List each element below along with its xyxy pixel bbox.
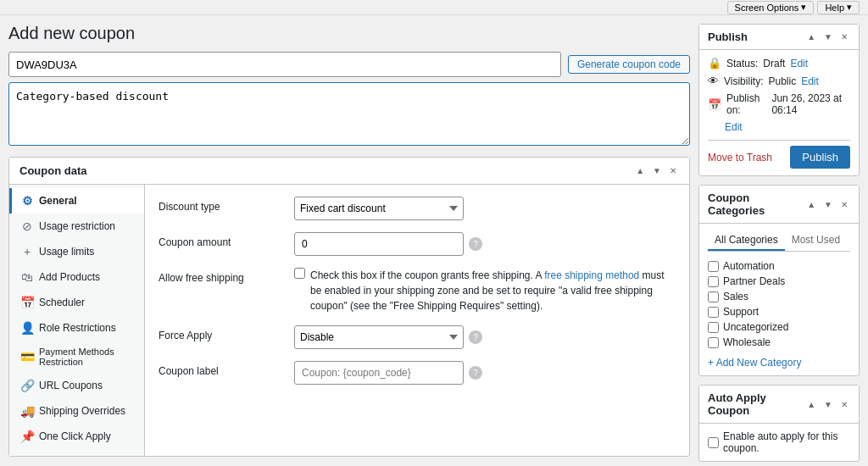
sidebar-label-url-coupons: URL Coupons xyxy=(39,380,103,391)
screen-options-chevron: ▾ xyxy=(801,2,806,13)
publish-on-value: Jun 26, 2023 at 06:14 xyxy=(771,92,850,116)
coupon-data-controls: ▲ ▼ ✕ xyxy=(633,164,679,177)
top-bar: Screen Options ▾ Help ▾ xyxy=(0,0,868,15)
add-new-category-link[interactable]: + Add New Category xyxy=(708,357,850,369)
coupon-data-sidebar: ⚙ General ⊘ Usage restriction + Usage li… xyxy=(9,185,145,456)
categories-title: Coupon Categories xyxy=(708,191,804,217)
category-sales-checkbox[interactable] xyxy=(708,291,719,302)
auto-apply-collapse-up[interactable]: ▲ xyxy=(804,398,818,411)
main-col: Add new coupon Generate coupon code Cate… xyxy=(8,24,690,466)
categories-collapse-down[interactable]: ▼ xyxy=(821,198,835,211)
auto-apply-close[interactable]: ✕ xyxy=(838,398,850,411)
publish-button[interactable]: Publish xyxy=(790,146,850,169)
publish-box: Publish ▲ ▼ ✕ 🔒 Status: Draft Edit 👁 Vis… xyxy=(698,24,860,176)
category-automation-label: Automation xyxy=(723,260,775,272)
tab-most-used[interactable]: Most Used xyxy=(785,230,847,251)
move-to-trash-link[interactable]: Move to Trash xyxy=(708,152,772,164)
publish-box-title: Publish xyxy=(708,31,748,43)
one-click-apply-icon: 📌 xyxy=(20,430,34,443)
category-support-checkbox[interactable] xyxy=(708,307,719,318)
discount-type-select[interactable]: Percentage discount Fixed cart discount … xyxy=(294,197,464,220)
coupon-amount-label: Coupon amount xyxy=(159,232,294,248)
tab-all-categories[interactable]: All Categories xyxy=(708,230,785,251)
visibility-icon: 👁 xyxy=(708,75,719,87)
help-button[interactable]: Help ▾ xyxy=(817,1,860,14)
visibility-row: 👁 Visibility: Public Edit xyxy=(708,75,850,87)
coupon-label-help-icon[interactable]: ? xyxy=(469,366,482,380)
list-item: Sales xyxy=(708,289,850,304)
publish-box-header: Publish ▲ ▼ ✕ xyxy=(699,25,859,50)
categories-list: Automation Partner Deals Sales Support xyxy=(708,258,850,350)
visibility-edit-link[interactable]: Edit xyxy=(801,75,819,87)
sidebar-item-general[interactable]: ⚙ General xyxy=(9,188,144,214)
category-wholesale-checkbox[interactable] xyxy=(708,337,719,348)
auto-apply-label: Enable auto apply for this coupon. xyxy=(723,430,850,454)
categories-controls: ▲ ▼ ✕ xyxy=(804,198,850,211)
right-sidebar: Publish ▲ ▼ ✕ 🔒 Status: Draft Edit 👁 Vis… xyxy=(698,24,860,466)
sidebar-item-url-coupons[interactable]: 🔗 URL Coupons xyxy=(9,373,144,398)
sidebar-label-shipping-overrides: Shipping Overrides xyxy=(39,405,125,417)
categories-close[interactable]: ✕ xyxy=(838,198,850,211)
description-textarea[interactable]: Category-based discount xyxy=(8,82,690,146)
discount-type-label: Discount type xyxy=(159,197,294,213)
free-shipping-method-link[interactable]: free shipping method xyxy=(544,269,639,281)
sidebar-item-one-click-apply[interactable]: 📌 One Click Apply xyxy=(9,424,144,449)
publish-collapse-up[interactable]: ▲ xyxy=(804,31,818,43)
category-automation-checkbox[interactable] xyxy=(708,261,719,272)
force-apply-help-icon[interactable]: ? xyxy=(469,330,482,344)
force-apply-select[interactable]: Disable Enable xyxy=(294,325,464,349)
free-shipping-checkbox[interactable] xyxy=(294,268,305,279)
auto-apply-body: Enable auto apply for this coupon. xyxy=(699,424,859,461)
sidebar-item-scheduler[interactable]: 📅 Scheduler xyxy=(9,290,144,315)
auto-apply-checkbox[interactable] xyxy=(708,437,719,448)
free-shipping-label: Allow free shipping xyxy=(159,268,294,284)
payment-methods-icon: 💳 xyxy=(20,350,34,363)
screen-options-label: Screen Options xyxy=(735,3,799,13)
help-label: Help xyxy=(825,3,844,13)
publish-collapse-down[interactable]: ▼ xyxy=(821,31,835,43)
collapse-up-button[interactable]: ▲ xyxy=(633,164,647,177)
publish-on-edit-link[interactable]: Edit xyxy=(725,121,743,133)
auto-apply-controls: ▲ ▼ ✕ xyxy=(804,398,850,411)
auto-apply-check-row: Enable auto apply for this coupon. xyxy=(708,430,850,454)
add-products-icon: 🛍 xyxy=(20,270,34,284)
coupon-amount-input[interactable] xyxy=(294,232,464,256)
categories-collapse-up[interactable]: ▲ xyxy=(804,198,818,211)
general-icon: ⚙ xyxy=(20,194,34,208)
discount-type-controls: Percentage discount Fixed cart discount … xyxy=(294,197,676,220)
status-edit-link[interactable]: Edit xyxy=(790,58,808,69)
free-shipping-text-wrap: Check this box if the coupon grants free… xyxy=(294,268,676,313)
discount-type-row: Discount type Percentage discount Fixed … xyxy=(159,197,676,220)
sidebar-item-add-products[interactable]: 🛍 Add Products xyxy=(9,264,144,290)
coupon-code-input[interactable] xyxy=(8,52,561,77)
free-shipping-controls: Check this box if the coupon grants free… xyxy=(294,268,676,313)
publish-on-row: 📅 Publish on: Jun 26, 2023 at 06:14 xyxy=(708,92,850,116)
publish-on-label: Publish on: xyxy=(726,92,766,116)
sidebar-label-one-click-apply: One Click Apply xyxy=(39,430,111,442)
category-partner-deals-checkbox[interactable] xyxy=(708,276,719,287)
coupon-amount-row: Coupon amount ? xyxy=(159,232,676,256)
usage-restriction-icon: ⊘ xyxy=(20,219,34,233)
auto-apply-collapse-down[interactable]: ▼ xyxy=(821,398,835,411)
categories-header: Coupon Categories ▲ ▼ ✕ xyxy=(699,186,859,224)
content-wrap: Add new coupon Generate coupon code Cate… xyxy=(0,15,868,466)
sidebar-item-role-restrictions[interactable]: 👤 Role Restrictions xyxy=(9,315,144,341)
publish-box-body: 🔒 Status: Draft Edit 👁 Visibility: Publi… xyxy=(699,50,859,175)
auto-apply-box: Auto Apply Coupon ▲ ▼ ✕ Enable auto appl… xyxy=(698,385,860,462)
close-coupon-data-button[interactable]: ✕ xyxy=(667,164,679,177)
sidebar-item-shipping-overrides[interactable]: 🚚 Shipping Overrides xyxy=(9,398,144,424)
screen-options-button[interactable]: Screen Options ▾ xyxy=(727,1,815,14)
collapse-down-button[interactable]: ▼ xyxy=(650,164,664,177)
sidebar-item-usage-limits[interactable]: + Usage limits xyxy=(9,239,144,264)
category-uncategorized-checkbox[interactable] xyxy=(708,322,719,333)
status-value: Draft xyxy=(763,58,785,69)
coupon-data-title: Coupon data xyxy=(19,164,86,177)
category-wholesale-label: Wholesale xyxy=(723,336,771,348)
generate-coupon-button[interactable]: Generate coupon code xyxy=(568,55,690,74)
url-coupons-icon: 🔗 xyxy=(20,379,34,392)
sidebar-item-usage-restriction[interactable]: ⊘ Usage restriction xyxy=(9,214,144,239)
coupon-label-input[interactable] xyxy=(294,361,464,385)
sidebar-item-payment-methods[interactable]: 💳 Payment Methods Restriction xyxy=(9,341,144,373)
coupon-amount-help-icon[interactable]: ? xyxy=(469,237,482,251)
publish-close[interactable]: ✕ xyxy=(838,31,850,43)
